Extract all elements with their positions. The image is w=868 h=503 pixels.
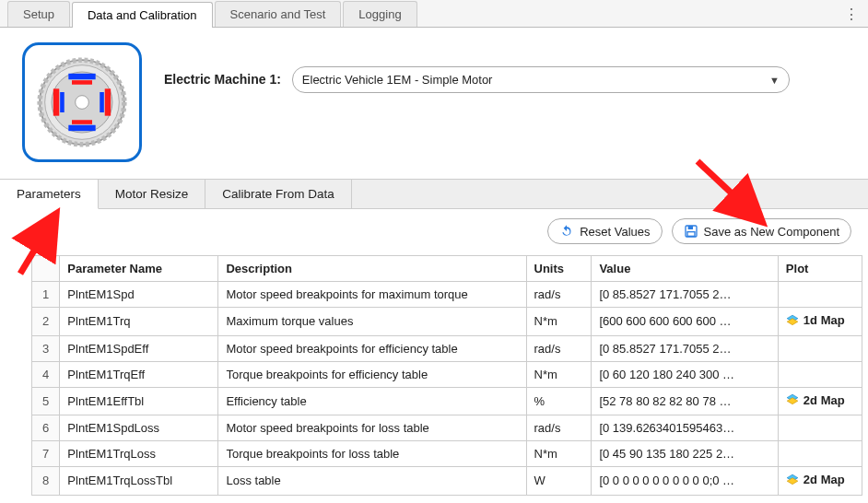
cell-desc: Torque breakpoints for loss table — [218, 441, 526, 467]
cell-units: N*m — [526, 441, 592, 467]
cell-plot[interactable]: 1d Map — [778, 308, 862, 336]
cell-desc: Motor speed breakpoints for loss table — [218, 415, 526, 441]
cell-plot — [778, 441, 862, 467]
table-row[interactable]: 2PlntEM1TrqMaximum torque valuesN*m[600 … — [32, 308, 862, 336]
tab-parameters[interactable]: Parameters — [0, 180, 99, 209]
tab-data-calibration[interactable]: Data and Calibration — [72, 2, 213, 28]
cell-name: PlntEM1EffTbl — [60, 387, 218, 415]
cell-plot[interactable]: 2d Map — [778, 387, 862, 415]
cell-plot — [778, 361, 862, 387]
plot-map-label: 1d Map — [803, 313, 845, 327]
main-tab-bar: Setup Data and Calibration Scenario and … — [0, 0, 868, 28]
row-number: 8 — [32, 467, 60, 496]
motor-icon — [22, 42, 142, 162]
map-icon — [786, 314, 799, 327]
chevron-down-icon: ▼ — [769, 75, 780, 86]
table-header-plot[interactable]: Plot — [778, 256, 862, 282]
em-label: Electric Machine 1: — [164, 72, 281, 87]
table-header-desc[interactable]: Description — [218, 256, 526, 282]
svg-rect-12 — [100, 92, 104, 112]
svg-rect-7 — [72, 80, 92, 85]
cell-name: PlntEM1TrqEff — [60, 361, 218, 387]
cell-value[interactable]: [0 60 120 180 240 300 … — [592, 361, 778, 387]
save-as-new-component-label: Save as New Component — [704, 225, 839, 239]
reset-values-button[interactable]: Reset Values — [547, 218, 662, 244]
cell-name: PlntEM1SpdLoss — [60, 415, 218, 441]
cell-units: N*m — [526, 308, 592, 336]
svg-rect-15 — [687, 232, 695, 237]
cell-plot[interactable]: 2d Map — [778, 467, 862, 496]
map-icon — [786, 474, 799, 486]
cell-name: PlntEM1Trq — [60, 308, 218, 336]
svg-rect-9 — [53, 88, 59, 115]
cell-value[interactable]: [0 85.8527 171.7055 2… — [592, 335, 778, 361]
cell-desc: Loss table — [218, 467, 526, 496]
cell-units: rad/s — [526, 415, 592, 441]
save-icon — [684, 224, 698, 239]
table-header-rownum — [32, 256, 60, 282]
tab-scenario-test[interactable]: Scenario and Test — [215, 1, 342, 27]
svg-rect-10 — [60, 92, 65, 112]
cell-units: rad/s — [526, 335, 592, 361]
table-header-units[interactable]: Units — [526, 256, 592, 282]
cell-desc: Motor speed breakpoints for maximum torq… — [218, 282, 526, 308]
cell-desc: Torque breakpoints for efficiency table — [218, 361, 526, 387]
refresh-icon — [559, 224, 574, 239]
row-number: 5 — [32, 387, 60, 415]
row-number: 1 — [32, 282, 60, 308]
svg-rect-8 — [72, 120, 92, 124]
row-number: 2 — [32, 308, 60, 336]
svg-point-4 — [76, 96, 89, 110]
cell-units: % — [526, 387, 592, 415]
em-select[interactable]: Electric Vehicle 1EM - Simple Motor ▼ — [292, 66, 790, 93]
header-row: Electric Machine 1: Electric Vehicle 1EM… — [0, 28, 868, 171]
cell-desc: Maximum torque values — [218, 308, 526, 336]
cell-value[interactable]: [0 0 0 0 0 0 0 0 0 0 0;0 … — [592, 467, 778, 496]
cell-plot — [778, 282, 862, 308]
row-number: 7 — [32, 441, 60, 467]
plot-map-button[interactable]: 2d Map — [786, 473, 845, 486]
tab-setup[interactable]: Setup — [7, 1, 70, 27]
parameters-table: Parameter Name Description Units Value P… — [31, 255, 862, 496]
cell-value[interactable]: [0 45 90 135 180 225 2… — [592, 441, 778, 467]
save-as-new-component-button[interactable]: Save as New Component — [672, 218, 851, 244]
cell-desc: Efficiency table — [218, 387, 526, 415]
table-header-name[interactable]: Parameter Name — [60, 256, 218, 282]
cell-value[interactable]: [0 139.6263401595463… — [592, 415, 778, 441]
tab-calibrate-from-data[interactable]: Calibrate From Data — [205, 180, 352, 208]
cell-value[interactable]: [600 600 600 600 600 … — [592, 308, 778, 336]
sub-tab-bar: Parameters Motor Resize Calibrate From D… — [0, 179, 868, 209]
table-row[interactable]: 7PlntEM1TrqLossTorque breakpoints for lo… — [32, 441, 862, 467]
kebab-menu-icon[interactable]: ⋮ — [844, 6, 859, 23]
tab-logging[interactable]: Logging — [343, 1, 416, 27]
plot-map-button[interactable]: 2d Map — [786, 393, 845, 407]
cell-value[interactable]: [52 78 80 82 82 80 78 … — [592, 387, 778, 415]
cell-name: PlntEM1Spd — [60, 282, 218, 308]
table-row[interactable]: 1PlntEM1SpdMotor speed breakpoints for m… — [32, 282, 862, 308]
actions-row: Reset Values Save as New Component — [0, 209, 868, 251]
row-number: 3 — [32, 335, 60, 361]
svg-rect-11 — [105, 88, 111, 115]
cell-desc: Motor speed breakpoints for efficiency t… — [218, 335, 526, 361]
table-row[interactable]: 4PlntEM1TrqEffTorque breakpoints for eff… — [32, 361, 862, 387]
table-row[interactable]: 6PlntEM1SpdLossMotor speed breakpoints f… — [32, 415, 862, 441]
svg-rect-6 — [68, 125, 95, 131]
table-row[interactable]: 8PlntEM1TrqLossTblLoss tableW[0 0 0 0 0 … — [32, 467, 862, 496]
table-row[interactable]: 5PlntEM1EffTblEfficiency table%[52 78 80… — [32, 387, 862, 415]
row-number: 6 — [32, 415, 60, 441]
row-number: 4 — [32, 361, 60, 387]
cell-value[interactable]: [0 85.8527 171.7055 2… — [592, 282, 778, 308]
cell-plot — [778, 415, 862, 441]
plot-map-button[interactable]: 1d Map — [786, 313, 845, 327]
map-icon — [786, 393, 799, 406]
table-header-value[interactable]: Value — [592, 256, 778, 282]
cell-name: PlntEM1TrqLossTbl — [60, 467, 218, 496]
cell-name: PlntEM1TrqLoss — [60, 441, 218, 467]
plot-map-label: 2d Map — [803, 473, 845, 486]
table-row[interactable]: 3PlntEM1SpdEffMotor speed breakpoints fo… — [32, 335, 862, 361]
tab-motor-resize[interactable]: Motor Resize — [99, 180, 206, 208]
cell-units: rad/s — [526, 282, 592, 308]
reset-values-label: Reset Values — [580, 225, 650, 239]
cell-plot — [778, 335, 862, 361]
cell-units: N*m — [526, 361, 592, 387]
